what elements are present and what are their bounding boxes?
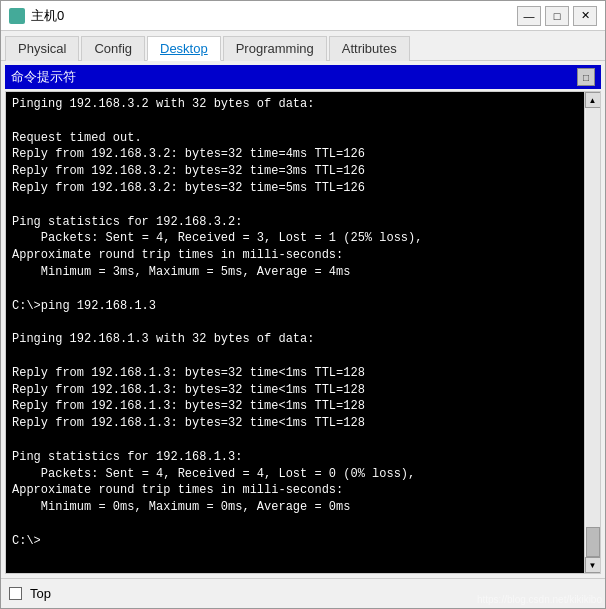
titlebar-left: 主机0	[9, 7, 64, 25]
window-title: 主机0	[31, 7, 64, 25]
terminal-wrapper: Pinging 192.168.3.2 with 32 bytes of dat…	[5, 91, 601, 574]
cmd-header-button[interactable]: □	[577, 68, 595, 86]
window: 主机0 — □ ✕ Physical Config Desktop Progra…	[0, 0, 606, 609]
tab-desktop[interactable]: Desktop	[147, 36, 221, 61]
top-checkbox[interactable]	[9, 587, 22, 600]
tab-bar: Physical Config Desktop Programming Attr…	[1, 31, 605, 61]
cmd-header-label: 命令提示符	[11, 68, 76, 86]
app-icon	[9, 8, 25, 24]
tab-programming[interactable]: Programming	[223, 36, 327, 61]
terminal[interactable]: Pinging 192.168.3.2 with 32 bytes of dat…	[6, 92, 584, 573]
tab-physical[interactable]: Physical	[5, 36, 79, 61]
tab-attributes[interactable]: Attributes	[329, 36, 410, 61]
top-label: Top	[30, 586, 51, 601]
cmd-header: 命令提示符 □	[5, 65, 601, 89]
titlebar: 主机0 — □ ✕	[1, 1, 605, 31]
minimize-button[interactable]: —	[517, 6, 541, 26]
titlebar-controls: — □ ✕	[517, 6, 597, 26]
scroll-up-button[interactable]: ▲	[585, 92, 601, 108]
scrollbar: ▲ ▼	[584, 92, 600, 573]
maximize-button[interactable]: □	[545, 6, 569, 26]
tab-config[interactable]: Config	[81, 36, 145, 61]
main-content: 命令提示符 □ Pinging 192.168.3.2 with 32 byte…	[1, 61, 605, 578]
scrollbar-track[interactable]	[586, 108, 600, 557]
close-button[interactable]: ✕	[573, 6, 597, 26]
bottom-bar: Top	[1, 578, 605, 608]
scroll-down-button[interactable]: ▼	[585, 557, 601, 573]
scrollbar-thumb[interactable]	[586, 527, 600, 557]
